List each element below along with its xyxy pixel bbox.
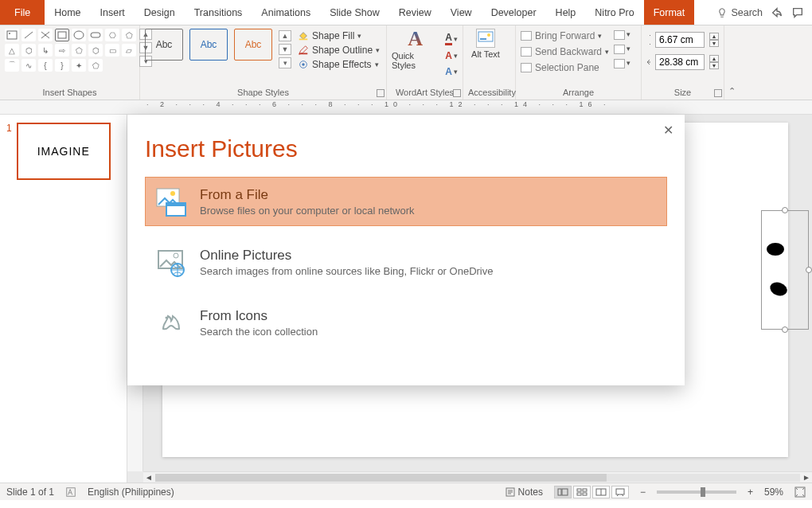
styles-scroll-down[interactable]: ▼ xyxy=(279,44,291,55)
svg-point-14 xyxy=(487,33,490,37)
collapse-ribbon[interactable]: ⌃ xyxy=(724,25,739,100)
selected-shape[interactable] xyxy=(761,210,809,330)
tab-design[interactable]: Design xyxy=(135,0,185,25)
search-label: Search xyxy=(731,7,763,18)
share-icon[interactable] xyxy=(771,6,783,19)
shape-styles-dialog-launcher[interactable] xyxy=(377,89,385,97)
group-size: ▲▼ ▲▼ Size xyxy=(642,25,724,100)
shape-effects-button[interactable]: Shape Effects▾ xyxy=(298,59,380,70)
fit-to-window-icon[interactable] xyxy=(794,487,806,498)
slide-thumbnails-pane[interactable]: 1 IMAGINE xyxy=(0,115,127,483)
scroll-right[interactable]: ► xyxy=(801,473,812,482)
bucket-icon xyxy=(298,30,309,41)
styles-scroll-up[interactable]: ▲ xyxy=(279,30,291,41)
svg-rect-7 xyxy=(91,33,100,37)
online-title: Online Pictures xyxy=(200,248,493,264)
text-effects-button[interactable]: A▾ xyxy=(445,66,458,77)
horizontal-ruler[interactable]: · 2 · · · 4 · · · 6 · · · 8 · · · 10 · ·… xyxy=(143,100,812,114)
resize-handle-top[interactable] xyxy=(782,207,788,213)
tab-slideshow[interactable]: Slide Show xyxy=(320,0,389,25)
align-button[interactable]: ▾ xyxy=(614,30,630,40)
height-icon xyxy=(646,33,650,47)
group-insert-shapes: ⎔ ⬠ △ ⬡ ↳ ⇨ ⬠ ⬡ ▭ ▱ ⌒ ∿ { } ✦ ⬠ ▲ ▼ ▾ xyxy=(0,25,140,100)
zoom-knob[interactable] xyxy=(701,487,705,497)
zoom-in[interactable]: + xyxy=(748,487,753,498)
dialog-title: Insert Pictures xyxy=(127,115,685,170)
tab-developer[interactable]: Developer xyxy=(482,0,546,25)
svg-rect-28 xyxy=(558,489,561,495)
scroll-left[interactable]: ◄ xyxy=(143,473,154,482)
shapes-gallery[interactable]: ⎔ ⬠ △ ⬡ ↳ ⇨ ⬠ ⬡ ▭ ▱ ⌒ ∿ { } ✦ ⬠ xyxy=(5,29,136,72)
tab-animations[interactable]: Animations xyxy=(252,0,320,25)
styles-more[interactable]: ▾ xyxy=(279,57,291,68)
height-input[interactable] xyxy=(655,32,705,48)
width-up[interactable]: ▲ xyxy=(709,55,719,62)
svg-point-1 xyxy=(9,33,10,34)
width-down[interactable]: ▼ xyxy=(709,62,719,69)
status-bar: Slide 1 of 1 English (Philippines) Notes… xyxy=(0,483,812,500)
scroll-thumb[interactable] xyxy=(155,474,607,482)
text-outline-button[interactable]: A▾ xyxy=(445,50,458,61)
slide-thumbnail-1[interactable]: IMAGINE xyxy=(17,123,111,180)
workspace: 1 IMAGINE · 2 · 4 · 6 · 8 · ◄ ► ✕ Insert… xyxy=(0,115,812,483)
rotate-button[interactable]: ▾ xyxy=(614,59,630,68)
resize-handle-bottom[interactable] xyxy=(782,326,788,333)
tab-nitro[interactable]: Nitro Pro xyxy=(585,0,643,25)
status-language[interactable]: English (Philippines) xyxy=(88,487,174,498)
style-sample-1[interactable]: Abc xyxy=(145,29,183,61)
style-sample-3[interactable]: Abc xyxy=(234,29,272,61)
sorter-view-button[interactable] xyxy=(573,486,591,498)
zoom-level[interactable]: 59% xyxy=(764,487,783,498)
insert-from-icons[interactable]: From Icons Search the icon collection xyxy=(145,298,667,347)
svg-rect-31 xyxy=(583,489,587,491)
tab-format[interactable]: Format xyxy=(644,0,695,25)
tab-file[interactable]: File xyxy=(0,0,45,25)
style-sample-2[interactable]: Abc xyxy=(189,29,228,61)
svg-point-6 xyxy=(74,31,84,39)
wordart-dialog-launcher[interactable] xyxy=(453,89,461,97)
shape-outline-button[interactable]: Shape Outline▾ xyxy=(298,45,380,56)
slideshow-view-button[interactable] xyxy=(611,486,629,498)
group-button[interactable]: ▾ xyxy=(614,45,630,54)
send-backward-button[interactable]: Send Backward▾ xyxy=(521,46,609,57)
tab-help[interactable]: Help xyxy=(546,0,586,25)
zoom-slider[interactable] xyxy=(657,490,736,494)
selection-pane-button[interactable]: Selection Pane xyxy=(521,62,609,73)
width-input[interactable] xyxy=(655,54,705,70)
svg-rect-8 xyxy=(299,39,308,41)
tab-insert[interactable]: Insert xyxy=(91,0,135,25)
horizontal-scrollbar[interactable]: ◄ ► xyxy=(143,471,812,483)
svg-rect-29 xyxy=(562,489,568,495)
wordart-quickstyles[interactable]: A xyxy=(408,29,423,49)
bring-forward-button[interactable]: Bring Forward▾ xyxy=(521,30,609,41)
size-dialog-launcher[interactable] xyxy=(714,89,722,97)
shape-style-gallery[interactable]: Abc Abc Abc xyxy=(145,29,272,61)
icons-desc: Search the icon collection xyxy=(200,326,318,338)
notes-button[interactable]: Notes xyxy=(506,487,543,498)
alt-text-icon xyxy=(476,29,495,48)
spellcheck-icon[interactable] xyxy=(65,487,76,498)
reading-view-button[interactable] xyxy=(592,486,610,498)
comments-icon[interactable] xyxy=(791,6,804,19)
text-fill-button[interactable]: A▾ xyxy=(445,32,458,45)
dialog-close-button[interactable]: ✕ xyxy=(663,123,673,138)
resize-handle-right[interactable] xyxy=(806,267,812,273)
tab-view[interactable]: View xyxy=(441,0,482,25)
from-file-icon xyxy=(155,186,187,217)
alt-text-button[interactable]: Alt Text xyxy=(468,29,503,59)
group-label-styles: Shape Styles xyxy=(145,86,381,100)
tell-me-search[interactable]: Search xyxy=(716,7,763,18)
shape-fill-button[interactable]: Shape Fill▾ xyxy=(298,30,380,41)
insert-online-pictures[interactable]: Online Pictures Search images from onlin… xyxy=(145,237,667,287)
tab-transitions[interactable]: Transitions xyxy=(185,0,252,25)
height-down[interactable]: ▼ xyxy=(709,40,719,47)
normal-view-button[interactable] xyxy=(554,486,572,498)
tab-review[interactable]: Review xyxy=(389,0,441,25)
svg-rect-5 xyxy=(58,32,66,38)
tab-home[interactable]: Home xyxy=(45,0,90,25)
status-slide: Slide 1 of 1 xyxy=(6,487,54,498)
insert-from-file[interactable]: From a File Browse files on your compute… xyxy=(145,177,667,226)
height-up[interactable]: ▲ xyxy=(709,33,719,40)
zoom-out[interactable]: − xyxy=(640,487,646,498)
online-pictures-icon xyxy=(155,246,187,278)
